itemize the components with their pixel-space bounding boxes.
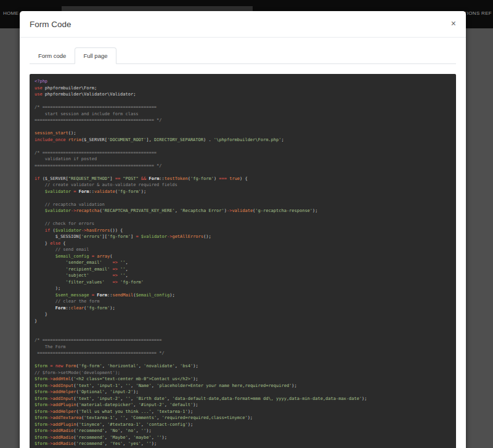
code-line	[35, 324, 451, 331]
code-line: $form->addInput('text', 'input-2', '', '…	[35, 396, 451, 402]
code-line	[35, 357, 451, 364]
code-line: $form->addRadio('recommend', 'Yes', 'yes…	[35, 441, 451, 447]
code-line: session_start();	[35, 130, 451, 137]
code-line: use phpformbuilder\Validator\Validator;	[35, 91, 451, 98]
code-line: $form->addInput('text', 'input-1', '', '…	[35, 383, 451, 389]
code-line	[35, 331, 451, 338]
code-line: $form->addPlugin('material-datepicker', …	[35, 402, 451, 409]
code-line: // send email	[35, 246, 451, 253]
code-line: start session and include form class	[35, 111, 451, 118]
navbar-dimmed-element	[62, 6, 253, 11]
code-line: 'filter_values' => 'fg-form'	[35, 279, 451, 286]
code-line: $email_config = array(	[35, 253, 451, 260]
code-line: // $form->setMode('development');	[35, 370, 451, 377]
code-line: $form->addHtml('<h2 class="text-center m…	[35, 376, 451, 383]
code-line	[35, 143, 451, 150]
code-line: $validator = Form::validate('fg-form');	[35, 189, 451, 195]
code-line: // clear the form	[35, 298, 451, 305]
code-line: $form->addHelper('Optional', 'input-2');	[35, 389, 451, 396]
modal-title: Form Code	[30, 20, 71, 29]
form-code-modal: Form Code × Form codeFull page <?phpuse …	[20, 11, 466, 448]
code-line: $form = new Form('fg-form', 'horizontal'…	[35, 363, 451, 370]
nav-item-home[interactable]: HOME	[3, 10, 18, 16]
code-line: $form->addHelper('Tell us what you think…	[35, 409, 451, 415]
modal-body: Form codeFull page <?phpuse phpformbuild…	[20, 38, 466, 448]
tab-full-page[interactable]: Full page	[75, 47, 116, 64]
code-line: if ($_SERVER["REQUEST_METHOD"] == "POST"…	[35, 176, 451, 182]
code-line	[35, 169, 451, 176]
code-line: /* =====================================…	[35, 150, 451, 157]
code-line: $form->addRadio('recommend', 'Maybe', 'm…	[35, 434, 451, 441]
close-icon[interactable]: ×	[451, 20, 456, 27]
code-line: 'subject' => '',	[35, 272, 451, 279]
code-line: $_SESSION['errors']['fg-form'] = $valida…	[35, 234, 451, 240]
code-line: }	[35, 318, 451, 325]
code-line: The Form	[35, 344, 451, 351]
code-line: // check for errors	[35, 221, 451, 227]
code-line: Form::clear('fg-form');	[35, 305, 451, 312]
code-line: $sent_message = Form::sendMail($email_co…	[35, 292, 451, 299]
code-line: // create validator & auto-validate requ…	[35, 182, 451, 189]
code-line: include_once rtrim($_SERVER['DOCUMENT_RO…	[35, 137, 451, 144]
code-line: }	[35, 311, 451, 318]
code-line: validation if posted	[35, 156, 451, 163]
code-line: // recaptcha validation	[35, 202, 451, 208]
code-line: if ($validator->hasErrors()) {	[35, 227, 451, 234]
code-line: );	[35, 285, 451, 292]
code-block[interactable]: <?phpuse phpformbuilder\Form;use phpform…	[30, 74, 456, 448]
code-line: /* =====================================…	[35, 337, 451, 344]
code-line: use phpformbuilder\Form;	[35, 85, 451, 92]
code-line: 'recipient_email' => '',	[35, 266, 451, 273]
code-line	[35, 98, 451, 105]
code-line: ========================================…	[35, 117, 451, 124]
tab-form-code[interactable]: Form code	[30, 47, 75, 64]
code-line: ========================================…	[35, 163, 451, 169]
code-line: 'sender_email' => '',	[35, 259, 451, 266]
code-line	[35, 124, 451, 131]
code-line: $form->addRadio('recommend', 'No', 'no',…	[35, 428, 451, 434]
code-line: <?php	[35, 78, 451, 85]
code-line: $validator->recaptcha('RECAPTCHA_PRIVATE…	[35, 208, 451, 214]
code-line: $form->addTextarea('textarea-1', '', 'Co…	[35, 415, 451, 422]
code-line: } else {	[35, 240, 451, 247]
tab-bar: Form codeFull page	[30, 47, 456, 64]
code-line	[35, 214, 451, 221]
code-line: $form->addPlugin('tinymce', '#textarea-1…	[35, 422, 451, 428]
code-line	[35, 195, 451, 202]
modal-header: Form Code ×	[20, 11, 466, 38]
code-line: /* =====================================…	[35, 104, 451, 111]
code-line: ========================================…	[35, 350, 451, 357]
